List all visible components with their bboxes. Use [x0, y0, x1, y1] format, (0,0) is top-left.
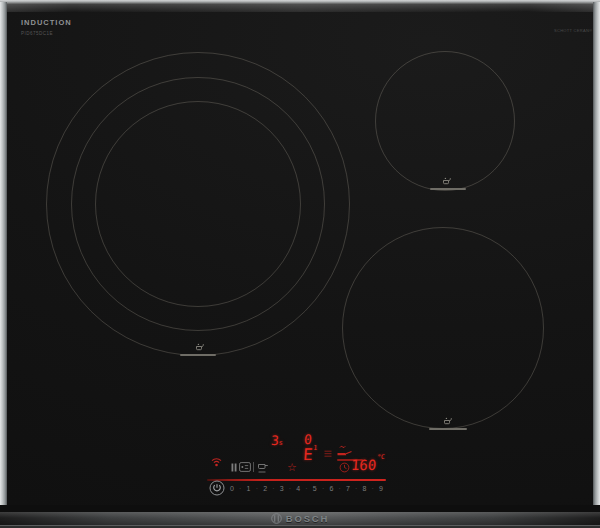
- slider-dot: ·: [289, 485, 291, 492]
- slider-number[interactable]: 4: [296, 485, 300, 492]
- slider-dot: ·: [322, 485, 324, 492]
- clock-icon[interactable]: [339, 462, 350, 473]
- slider-dot: ·: [239, 485, 241, 492]
- zone-align-line: [180, 354, 216, 356]
- bosch-armature-icon: [271, 513, 282, 524]
- zone-align-line: [429, 428, 467, 430]
- pan-position-icon: [441, 414, 453, 426]
- temperature-value: 160: [350, 457, 376, 473]
- induction-label: INDUCTION: [21, 18, 72, 27]
- power-level-slider[interactable]: 0 · 1 · 2 · 3 · 4 · 5 · 6 · 7 · 8 · 9: [230, 483, 383, 493]
- slider-number[interactable]: 7: [346, 485, 350, 492]
- temperature-display: 160: [351, 458, 377, 472]
- right-trim: [593, 2, 600, 505]
- slider-number[interactable]: 0: [230, 485, 234, 492]
- slider-number[interactable]: 5: [313, 485, 317, 492]
- pause-icon[interactable]: [231, 463, 237, 472]
- slider-dot: ·: [256, 485, 258, 492]
- power-icon[interactable]: [209, 480, 225, 496]
- menu-lines-icon: [324, 450, 332, 458]
- zone-large-ring-inner: [95, 101, 301, 307]
- glass-brand-mark: SCHOTT CERAN®: [554, 28, 592, 33]
- slider-number[interactable]: 8: [363, 485, 367, 492]
- star-icon[interactable]: ☆: [287, 462, 297, 473]
- zone-bottom-right-ring: [342, 227, 544, 429]
- bosch-logo-text: BOSCH: [286, 514, 329, 524]
- pan-position-icon: [440, 174, 452, 186]
- zone-code-sup: 1: [313, 444, 318, 452]
- slider-number[interactable]: 9: [379, 485, 383, 492]
- home-connect-icon[interactable]: [239, 462, 251, 472]
- slider-number[interactable]: 2: [263, 485, 267, 492]
- zone-top-right-ring: [375, 51, 515, 191]
- slider-dot: ·: [305, 485, 307, 492]
- slider-number[interactable]: 1: [247, 485, 251, 492]
- slider-dot: ·: [272, 485, 274, 492]
- slider-dot: ·: [372, 485, 374, 492]
- delay-display: 3s: [271, 434, 284, 447]
- temperature-unit: °C: [377, 454, 385, 461]
- zone-code-display: E1: [302, 447, 317, 463]
- pan-position-icon: [193, 340, 205, 352]
- zone-align-line: [430, 188, 466, 190]
- frying-pan-icon[interactable]: [335, 443, 353, 459]
- slider-dot: ·: [355, 485, 357, 492]
- left-trim: [0, 2, 7, 505]
- pan-select-icon[interactable]: [256, 460, 269, 474]
- wifi-icon: [210, 456, 223, 467]
- model-number: PID675DC1E: [21, 31, 53, 36]
- bosch-logo: BOSCH: [0, 512, 600, 525]
- zone-code: E: [302, 445, 313, 464]
- slider-number[interactable]: 6: [329, 485, 333, 492]
- key-divider: [253, 462, 254, 472]
- delay-unit: s: [278, 439, 283, 447]
- slider-track[interactable]: [207, 479, 386, 481]
- induction-cooktop: INDUCTION PID675DC1E SCHOTT CERAN®: [0, 0, 600, 528]
- top-trim: [0, 0, 600, 12]
- slider-number[interactable]: 3: [280, 485, 284, 492]
- slider-dot: ·: [338, 485, 340, 492]
